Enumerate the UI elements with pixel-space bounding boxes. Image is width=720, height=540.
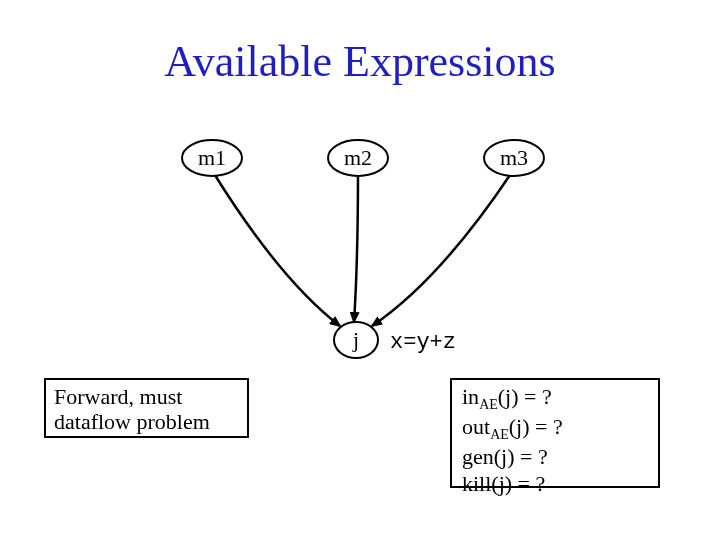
- forward-line2: dataflow problem: [54, 409, 239, 434]
- node-m2: m2: [328, 140, 388, 176]
- node-j: j: [334, 322, 378, 358]
- slide: Available Expressions m1 m2 m3: [0, 0, 720, 540]
- node-j-label: j: [352, 327, 359, 352]
- edge-m3-j: [372, 172, 512, 326]
- node-j-expr: x=y+z: [390, 330, 456, 355]
- eqn-in: inAE(j) = ?: [462, 384, 648, 414]
- node-m3: m3: [484, 140, 544, 176]
- eqn-out: outAE(j) = ?: [462, 414, 648, 444]
- forward-box: Forward, must dataflow problem: [44, 378, 249, 438]
- eqn-in-prefix: in: [462, 384, 479, 409]
- eqn-in-sub: AE: [479, 397, 498, 412]
- node-m1: m1: [182, 140, 242, 176]
- eqn-in-suffix: (j) = ?: [498, 384, 552, 409]
- eqn-kill: kill(j) = ?: [462, 471, 648, 497]
- node-m1-label: m1: [198, 145, 226, 170]
- edge-m2-j: [354, 172, 358, 322]
- edge-m1-j: [213, 172, 340, 326]
- equations-box: inAE(j) = ? outAE(j) = ? gen(j) = ? kill…: [450, 378, 660, 488]
- edges: [213, 172, 512, 326]
- eqn-gen: gen(j) = ?: [462, 444, 648, 470]
- node-m2-label: m2: [344, 145, 372, 170]
- eqn-out-suffix: (j) = ?: [509, 414, 563, 439]
- forward-line1: Forward, must: [54, 384, 239, 409]
- eqn-out-sub: AE: [490, 428, 509, 443]
- eqn-out-prefix: out: [462, 414, 490, 439]
- node-m3-label: m3: [500, 145, 528, 170]
